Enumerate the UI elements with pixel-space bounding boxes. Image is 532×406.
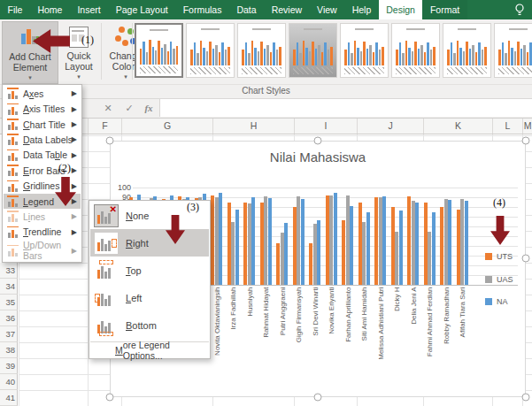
bar-uas-novika-eriyanti[interactable]: [329, 195, 333, 285]
bar-na-delia-jeni-a[interactable]: [415, 203, 419, 286]
bar-uts-gigih-firmansyah[interactable]: [293, 207, 297, 285]
row-header-38[interactable]: 38: [0, 342, 18, 358]
bar-uas-irza-fadhillah[interactable]: [231, 222, 235, 286]
quick-layout-button[interactable]: Quick Layout ▾: [58, 21, 99, 82]
bar-na-novika-eriyanti[interactable]: [334, 193, 337, 286]
bar-na-putri-anggraeni[interactable]: [284, 223, 288, 285]
bar-na-gigih-firmansyah[interactable]: [301, 199, 305, 285]
tab-view[interactable]: View: [310, 0, 345, 19]
row-header-40[interactable]: 40: [0, 374, 18, 390]
column-header-H[interactable]: H: [212, 118, 294, 134]
column-header-I[interactable]: I: [294, 118, 357, 134]
bar-uas-husniyah[interactable]: [248, 203, 251, 285]
enter-icon[interactable]: ✓: [120, 98, 138, 118]
chart-selection-handle[interactable]: [314, 394, 322, 402]
row-header-36[interactable]: 36: [0, 310, 18, 326]
legend-item-uas[interactable]: UAS: [485, 275, 513, 284]
bar-uts-dicky-h[interactable]: [391, 207, 395, 285]
tab-insert[interactable]: Insert: [70, 0, 108, 19]
chart-style-thumbnail-1[interactable]: [135, 23, 183, 78]
bar-na-siti-ami-hamidah[interactable]: [366, 212, 370, 286]
column-header-K[interactable]: K: [423, 118, 492, 134]
legend-option-left[interactable]: Left: [90, 285, 209, 312]
bar-na-robby-ramadhan[interactable]: [448, 200, 451, 285]
chart-style-thumbnail-8[interactable]: [494, 23, 532, 78]
bar-uas-afifah-tiara-sari[interactable]: [460, 199, 464, 285]
bar-uas-sri-devi-winarti[interactable]: [313, 224, 317, 285]
chart-selection-handle[interactable]: [522, 394, 530, 402]
row-header-33[interactable]: 33: [0, 263, 18, 279]
bar-uts-farhan-aprillianto[interactable]: [342, 220, 345, 285]
bar-uas-novita-oktavianingsih[interactable]: [215, 197, 219, 285]
legend-item-na[interactable]: NA: [485, 297, 508, 306]
chart-style-thumbnail-6[interactable]: [391, 23, 440, 78]
bar-uas-delia-jeni-a[interactable]: [412, 201, 415, 285]
bar-na-dicky-h[interactable]: [399, 211, 403, 285]
tab-formulas[interactable]: Formulas: [175, 0, 229, 19]
column-header-G[interactable]: G: [121, 118, 212, 134]
row-header-37[interactable]: 37: [0, 326, 18, 342]
menu-item-axes[interactable]: Axes▶: [4, 86, 81, 101]
chart-style-thumbnail-3[interactable]: [237, 23, 286, 78]
tab-page-layout[interactable]: Page Layout: [108, 0, 175, 19]
bar-na-fahmi-ahmad-ferdian[interactable]: [432, 212, 436, 286]
bar-uts-novika-eriyanti[interactable]: [326, 195, 329, 285]
bar-uas-rahmat-hidayat[interactable]: [264, 196, 267, 285]
bar-na-farhan-aprillianto[interactable]: [350, 206, 353, 285]
chart-selection-handle[interactable]: [106, 137, 114, 145]
bar-uts-sri-devi-winarti[interactable]: [309, 243, 312, 285]
column-header-L[interactable]: L: [492, 118, 522, 134]
bar-uts-robby-ramadhan[interactable]: [440, 207, 443, 285]
legend-option-right[interactable]: Right: [90, 229, 209, 257]
chart-style-thumbnail-4[interactable]: [289, 23, 337, 78]
tab-home[interactable]: Home: [30, 0, 70, 19]
legend-option-bottom[interactable]: Bottom: [90, 312, 209, 340]
chart-selection-handle[interactable]: [522, 255, 530, 263]
bar-uts-putri-anggraeni[interactable]: [276, 243, 280, 285]
bar-uts-siti-ami-hamidah[interactable]: [359, 203, 362, 286]
bar-uts-delia-jeni-a[interactable]: [407, 196, 411, 285]
chart-style-thumbnail-5[interactable]: [340, 23, 389, 78]
menu-item-data-labels[interactable]: Data Labels▶: [4, 132, 81, 147]
column-header-M[interactable]: M: [522, 118, 532, 134]
bar-na-husniyah[interactable]: [251, 197, 255, 285]
tab-format[interactable]: Format: [422, 0, 466, 19]
bar-na-afifah-tiara-sari[interactable]: [465, 201, 468, 285]
tab-file[interactable]: File: [0, 0, 30, 19]
menu-item-data-table[interactable]: Data Table▶: [4, 148, 81, 163]
chart-selection-handle[interactable]: [314, 137, 322, 145]
column-header-F[interactable]: F: [88, 118, 121, 134]
bar-uas-robby-ramadhan[interactable]: [444, 199, 448, 285]
formula-input[interactable]: [159, 98, 532, 117]
tab-data[interactable]: Data: [229, 0, 264, 19]
row-header-34[interactable]: 34: [0, 279, 18, 295]
tab-help[interactable]: Help: [344, 0, 379, 19]
bar-uas-melissa-adhistiani-putri[interactable]: [379, 197, 382, 285]
bar-na-melissa-adhistiani-putri[interactable]: [382, 196, 386, 285]
bar-uts-husniyah[interactable]: [243, 203, 247, 286]
bar-uas-farhan-aprillianto[interactable]: [346, 195, 350, 285]
chart-selection-handle[interactable]: [106, 394, 114, 402]
menu-item-chart-title[interactable]: Chart Title▶: [4, 117, 81, 132]
tab-design[interactable]: Design: [379, 0, 423, 19]
bar-uts-fahmi-ahmad-ferdian[interactable]: [424, 203, 428, 286]
bar-uas-putri-anggraeni[interactable]: [281, 233, 284, 285]
bar-na-novita-oktavianingsih[interactable]: [219, 193, 222, 286]
bar-uas-gigih-firmansyah[interactable]: [297, 196, 300, 285]
chart-title[interactable]: Nilai Mahasiswa: [110, 149, 526, 165]
bar-uas-dicky-h[interactable]: [395, 232, 398, 286]
chart-selection-handle[interactable]: [522, 137, 530, 145]
bar-uas-siti-ami-hamidah[interactable]: [362, 222, 366, 286]
legend-item-uts[interactable]: UTS: [485, 252, 513, 261]
more-legend-options[interactable]: More Legend Options...: [90, 341, 209, 357]
bar-na-irza-fadhillah[interactable]: [235, 210, 239, 285]
tab-review[interactable]: Review: [264, 0, 309, 19]
insert-function-icon[interactable]: fx: [140, 98, 158, 118]
bar-uts-novita-oktavianingsih[interactable]: [211, 195, 214, 285]
column-header-J[interactable]: J: [357, 118, 423, 134]
row-header-41[interactable]: 41: [0, 390, 18, 406]
bar-na-rahmat-hidayat[interactable]: [268, 198, 272, 285]
legend-option-top[interactable]: Top: [90, 257, 209, 284]
tell-me[interactable]: [507, 0, 532, 19]
menu-item-trendline[interactable]: Trendline▶: [4, 225, 81, 240]
